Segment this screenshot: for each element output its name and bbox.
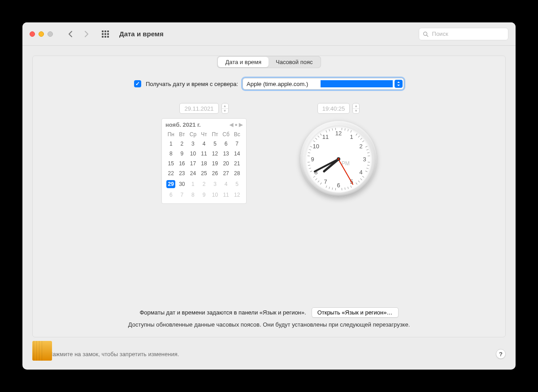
calendar-month-label: нояб. 2021 г.	[165, 121, 201, 128]
clock-number: 11	[322, 133, 329, 140]
calendar-day: 22	[165, 168, 177, 178]
cal-today-icon: ●	[234, 122, 238, 128]
calendar-day: 1	[187, 178, 199, 190]
calendar-day: 11	[221, 190, 232, 200]
calendar-day: 28	[231, 168, 243, 178]
calendar-day: 8	[187, 190, 199, 200]
close-window-button[interactable]	[30, 31, 35, 37]
calendar-day: 12	[209, 149, 221, 159]
calendar-weekday: Сб	[221, 130, 232, 139]
calendar-day: 5	[231, 178, 243, 190]
open-language-region-button[interactable]: Открыть «Язык и регион»…	[312, 307, 399, 318]
back-button[interactable]	[64, 28, 77, 40]
forward-button	[80, 28, 93, 40]
date-field: 29.11.2021	[179, 103, 218, 114]
calendar-day: 13	[221, 149, 232, 159]
calendar-day: 25	[199, 168, 210, 178]
auto-time-checkbox[interactable]: ✓	[134, 80, 141, 87]
formats-message: Форматы дат и времени задаются в панели …	[139, 309, 306, 316]
date-stepper: 29.11.2021 ▲ ▼	[179, 103, 228, 114]
lock-bar: Нажмите на замок, чтобы запретить измене…	[22, 347, 516, 370]
help-button[interactable]: ?	[496, 349, 506, 359]
calendar-day: 4	[221, 178, 232, 190]
calendar-day: 19	[209, 159, 221, 168]
calendar-day: 12	[231, 190, 243, 200]
chevron-up-icon: ▲	[222, 103, 228, 109]
search-icon	[423, 31, 429, 37]
calendar-weekday: Вс	[231, 130, 243, 139]
tab-date-time[interactable]: Дата и время	[218, 57, 269, 67]
calendar-day: 26	[209, 168, 221, 178]
calendar-day: 18	[199, 159, 210, 168]
cal-prev-month-icon: ◀	[230, 122, 233, 128]
calendar-day: 9	[199, 190, 210, 200]
lock-label: Нажмите на замок, чтобы запретить измене…	[48, 351, 179, 358]
content-area: Дата и время Часовой пояс ✓ Получать дат…	[22, 46, 516, 347]
clock-number: 1	[350, 133, 353, 140]
calendar-day: 29	[165, 178, 177, 190]
tab-bar: Дата и время Часовой пояс	[217, 56, 321, 68]
time-stepper-arrows: ▲ ▼	[352, 103, 360, 114]
date-time-pane: Дата и время Часовой пояс ✓ Получать дат…	[32, 56, 506, 337]
text-cursor	[321, 80, 393, 87]
toolbar: Дата и время	[22, 22, 516, 46]
clock-number: 9	[311, 156, 314, 163]
search-input[interactable]	[431, 30, 504, 38]
lock-icon[interactable]	[32, 347, 43, 361]
tab-timezone[interactable]: Часовой пояс	[269, 57, 320, 67]
chevron-down-icon: ▼	[222, 109, 228, 114]
clock-number: 10	[313, 143, 319, 150]
date-stepper-arrows: ▲ ▼	[221, 103, 229, 114]
calendar-day: 11	[199, 149, 210, 159]
calendar-weekday: Ср	[187, 130, 199, 139]
calendar-day: 4	[199, 139, 210, 149]
calendar-day: 10	[209, 190, 221, 200]
auto-time-row: ✓ Получать дату и время с сервера: Apple…	[42, 78, 496, 90]
clock-number: 4	[360, 169, 363, 176]
calendar-nav: ◀ ● ▶	[230, 122, 243, 128]
time-server-value: Apple (time.apple.com.)	[247, 81, 319, 87]
calendar-day: 6	[221, 139, 232, 149]
window-title: Дата и время	[119, 30, 164, 38]
calendar-day: 7	[177, 190, 188, 200]
calendar-day: 20	[221, 159, 232, 168]
calendar-day: 23	[177, 168, 188, 178]
calendar-day: 17	[187, 159, 199, 168]
clock-cap	[337, 157, 340, 161]
calendar-weekday: Пт	[209, 130, 221, 139]
calendar-day: 10	[187, 149, 199, 159]
chevron-down-icon: ▼	[353, 109, 359, 114]
search-field[interactable]	[419, 28, 508, 40]
calendar-day: 24	[187, 168, 199, 178]
calendar-day: 2	[177, 139, 188, 149]
analog-clock: PM 123456789101112	[300, 121, 377, 197]
calendar-day: 16	[177, 159, 188, 168]
svg-line-1	[427, 35, 428, 36]
date-column: 29.11.2021 ▲ ▼ нояб. 2021 г. ◀ ● ▶	[161, 103, 247, 204]
cal-next-month-icon: ▶	[239, 122, 243, 128]
calendar-day: 7	[231, 139, 243, 149]
calendar-day: 6	[165, 190, 177, 200]
clock-number: 3	[363, 156, 366, 163]
minimize-window-button[interactable]	[39, 31, 44, 37]
calendar-day: 14	[231, 149, 243, 159]
calendar: нояб. 2021 г. ◀ ● ▶ ПнВтСрЧтПтСбВс 12345…	[161, 118, 247, 204]
show-all-button[interactable]	[99, 28, 112, 40]
calendar-day: 5	[209, 139, 221, 149]
calendar-day: 2	[199, 178, 210, 190]
zoom-window-button	[48, 31, 53, 37]
calendar-grid: ПнВтСрЧтПтСбВс 1234567891011121314151617…	[165, 130, 243, 200]
calendar-weekday: Вт	[177, 130, 188, 139]
time-server-combo[interactable]: Apple (time.apple.com.)	[243, 78, 404, 90]
calendar-weekday: Пн	[165, 130, 177, 139]
calendar-day: 21	[231, 159, 243, 168]
clock-number: 7	[324, 178, 327, 185]
prefs-window: Дата и время Дата и время Часовой пояс ✓…	[22, 22, 516, 370]
time-field: 19:40:25	[317, 103, 350, 114]
calendar-day: 15	[165, 159, 177, 168]
clock-number: 6	[337, 182, 340, 189]
clock-number: 2	[360, 143, 363, 150]
calendar-day: 27	[221, 168, 232, 178]
clock-number: 12	[335, 130, 342, 137]
chevron-updown-icon[interactable]	[395, 80, 403, 88]
